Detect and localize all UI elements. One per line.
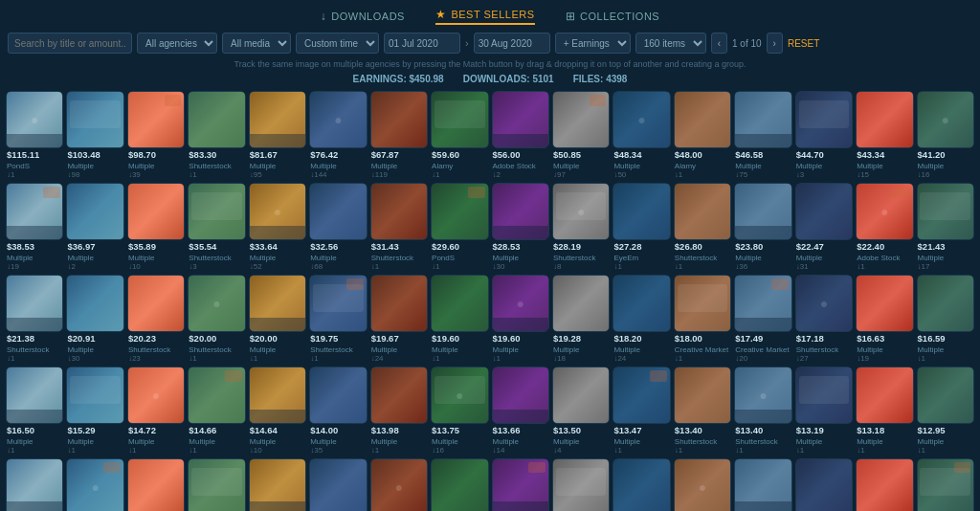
list-item[interactable]: $48.00 Alamy ↓1 [674,91,731,180]
list-item[interactable]: $38.53 Multiple ↓19 [6,183,63,272]
list-item[interactable]: ● $48.34 Multiple ↓50 [612,91,670,180]
list-item[interactable]: $19.67 Multiple ↓24 [370,275,428,364]
list-item[interactable]: $10.80 Multiple ↓2 [492,458,549,511]
list-item[interactable]: $12.95 Multiple ↓1 [917,367,974,455]
list-item[interactable]: $16.59 Multiple ↓1 [917,275,974,364]
list-item[interactable]: $44.70 Multiple ↓3 [795,91,853,180]
list-item[interactable]: $59.60 Alamy ↓1 [431,91,488,180]
list-item[interactable]: ● $28.19 Shutterstock ↓8 [552,183,610,272]
list-item[interactable]: $13.19 Multiple ↓1 [795,367,853,455]
item-count: ↓36 [735,262,791,272]
list-item[interactable]: $9.87 Getty / iStock ↓1 [917,458,974,511]
list-item[interactable]: $19.60 Multiple ↓1 [431,275,488,364]
list-item[interactable]: ● $76.42 Multiple ↓144 [309,91,367,180]
list-item[interactable]: $28.53 Multiple ↓30 [492,183,549,272]
list-item[interactable]: $36.97 Multiple ↓2 [66,183,123,272]
next-page-button[interactable]: › [767,33,783,54]
list-item[interactable]: $35.54 Shutterstock ↓3 [188,183,245,272]
item-count: ↓20 [735,354,791,364]
list-item[interactable]: $98.70 Multiple ↓39 [127,91,185,180]
list-item[interactable]: $29.60 PondS ↓1 [431,183,488,272]
item-agency: Multiple [7,437,62,447]
item-thumbnail [734,183,791,240]
list-item[interactable]: $20.23 Shutterstock ↓23 [127,275,185,364]
date-from[interactable] [384,33,460,54]
list-item[interactable]: $14.00 Multiple ↓35 [309,367,367,455]
list-item[interactable]: ● $10.26 Getty / iStock ↓2 [674,458,731,511]
list-item[interactable]: $13.66 Multiple ↓14 [492,367,549,455]
list-item[interactable]: $14.66 Multiple ↓1 [188,367,245,455]
downloads-tab[interactable]: ↓ DOWNLOADS [321,10,405,23]
reset-button[interactable]: RESET [788,38,819,49]
list-item[interactable]: $26.80 Shutterstock ↓1 [674,183,731,272]
list-item[interactable]: $19.28 Multiple ↓18 [552,275,610,364]
list-item[interactable]: $21.43 Multiple ↓17 [917,183,974,272]
list-item[interactable]: $10.21 Multiple ↓10 [795,458,853,511]
list-item[interactable]: $13.47 Multiple ↓1 [612,367,670,455]
bestsellers-tab[interactable]: ★ BEST SELLERS [435,8,535,25]
media-filter[interactable]: All media [222,33,291,54]
time-filter[interactable]: Custom time [296,33,379,54]
earnings-filter[interactable]: + Earnings [555,33,631,54]
item-count: ↓17 [918,262,973,272]
list-item[interactable]: $11.80 Multiple ↓2 [249,458,306,511]
list-item[interactable]: $18.20 Multiple ↓24 [612,275,670,364]
list-item[interactable]: $10.00 PondS ↓1 [856,458,913,511]
list-item[interactable]: ● $33.64 Multiple ↓52 [249,183,306,272]
list-item[interactable]: $10.23 Multiple ↓1 [734,458,791,511]
collections-tab[interactable]: ⊞ COLLECTIONS [566,10,660,23]
list-item[interactable]: $13.98 Multiple ↓1 [370,367,428,455]
list-item[interactable]: $31.43 Shutterstock ↓1 [370,183,428,272]
list-item[interactable]: ● $22.40 Adobe Stock ↓1 [856,183,913,272]
agency-filter[interactable]: All agencies [137,33,217,54]
list-item[interactable]: $23.80 Multiple ↓36 [734,183,791,272]
list-item[interactable]: $12.05 Multiple ↓24 [188,458,245,511]
search-input[interactable] [8,33,132,54]
list-item[interactable]: $10.81 Multiple ↓1 [612,458,670,511]
list-item[interactable]: $22.47 Multiple ↓31 [795,183,853,272]
list-item[interactable]: $20.91 Multiple ↓30 [66,275,123,364]
list-item[interactable]: $56.00 Adobe Stock ↓2 [492,91,549,180]
list-item[interactable]: $17.49 Creative Market ↓20 [734,275,791,364]
list-item[interactable]: $19.75 Shutterstock ↓1 [309,275,367,364]
list-item[interactable]: $67.87 Multiple ↓119 [370,91,428,180]
list-item[interactable]: ● $13.75 Multiple ↓16 [431,367,488,455]
list-item[interactable]: ● $12.25 Shutterstock ↓11 [66,458,123,511]
list-item[interactable]: $20.00 Multiple ↓1 [249,275,306,364]
items-filter[interactable]: 160 items [635,33,706,54]
list-item[interactable]: $10.82 Multiple ↓2 [431,458,488,511]
list-item[interactable]: $11.16 Alamy ↓1 [309,458,367,511]
list-item[interactable]: $43.34 Multiple ↓15 [856,91,913,180]
date-to[interactable] [474,33,550,54]
list-item[interactable]: $12.15 Multiple ↓1 [127,458,185,511]
list-item[interactable]: $14.64 Multiple ↓10 [249,367,306,455]
list-item[interactable]: ● $14.72 Multiple ↓1 [127,367,185,455]
list-item[interactable]: $12.82 Multiple ↓8 [6,458,63,511]
list-item[interactable]: $32.56 Multiple ↓68 [309,183,367,272]
list-item[interactable]: ● $19.60 Multiple ↓1 [492,275,549,364]
list-item[interactable]: $13.50 Multiple ↓4 [552,367,610,455]
list-item[interactable]: $15.29 Multiple ↓1 [66,367,123,455]
list-item[interactable]: ● $115.11 PondS ↓1 [6,91,63,180]
list-item[interactable]: $103.48 Multiple ↓98 [66,91,123,180]
list-item[interactable]: $50.85 Multiple ↓97 [552,91,610,180]
list-item[interactable]: $83.30 Shutterstock ↓1 [188,91,245,180]
list-item[interactable]: ● $13.40 Shutterstock ↓1 [734,367,791,455]
list-item[interactable]: ● $10.96 Getty / iStock ↓19 [370,458,428,511]
list-item[interactable]: ● $20.00 Shutterstock ↓1 [188,275,245,364]
item-thumbnail [492,183,549,240]
list-item[interactable]: $13.18 Multiple ↓1 [856,367,913,455]
list-item[interactable]: $46.58 Multiple ↓75 [734,91,791,180]
list-item[interactable]: $27.28 EyeEm ↓1 [612,183,670,272]
list-item[interactable]: ● $41.20 Multiple ↓16 [917,91,974,180]
list-item[interactable]: $10.78 Alamy ↓1 [552,458,610,511]
list-item[interactable]: $13.40 Shutterstock ↓1 [674,367,731,455]
list-item[interactable]: $16.50 Multiple ↓1 [6,367,63,455]
list-item[interactable]: $16.63 Multiple ↓19 [856,275,913,364]
list-item[interactable]: $81.67 Multiple ↓95 [249,91,306,180]
prev-page-button[interactable]: ‹ [711,33,727,54]
list-item[interactable]: ● $17.18 Shutterstock ↓27 [795,275,853,364]
list-item[interactable]: $18.00 Creative Market ↓1 [674,275,731,364]
list-item[interactable]: $21.38 Shutterstock ↓1 [6,275,63,364]
list-item[interactable]: $35.89 Multiple ↓10 [127,183,185,272]
